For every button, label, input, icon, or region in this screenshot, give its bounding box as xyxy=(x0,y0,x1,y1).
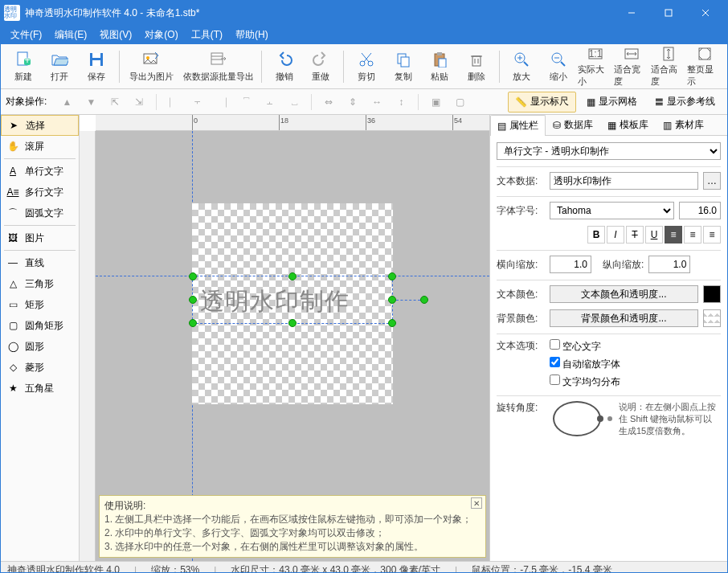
tool-pan[interactable]: ✋滚屏 xyxy=(1,136,79,157)
object-ops-label: 对象操作: xyxy=(6,95,47,108)
paste-icon xyxy=(430,50,449,69)
cut-icon xyxy=(357,50,376,69)
align-right-icon[interactable]: ⎹ xyxy=(211,92,232,112)
tool-line[interactable]: —直线 xyxy=(1,252,79,273)
statusbar: 神奇透明水印制作软件 4.0| 缩放：53%| 水印尺寸：43.0 毫米 x 4… xyxy=(1,561,727,573)
same-height-icon[interactable]: ↕ xyxy=(391,92,411,112)
same-width-icon[interactable]: ↔ xyxy=(366,92,387,112)
copy-button[interactable]: 复制 xyxy=(386,47,421,87)
align-bottom-icon[interactable]: ⎵ xyxy=(284,92,305,112)
align-center-button[interactable]: ≡ xyxy=(684,226,701,244)
maximize-button[interactable] xyxy=(650,1,687,25)
align-top-icon[interactable]: ⎴ xyxy=(235,92,256,112)
paste-button[interactable]: 粘贴 xyxy=(422,47,457,87)
status-size: 水印尺寸：43.0 毫米 x 43.0 毫米，300 像素/英寸 xyxy=(231,563,440,573)
tab-assets[interactable]: ▥素材库 xyxy=(656,114,711,135)
menu-view[interactable]: 视图(V) xyxy=(95,27,137,43)
justify-checkbox[interactable] xyxy=(550,374,560,385)
export-image-button[interactable]: 导出为图片 xyxy=(125,47,178,87)
fit-height-button[interactable]: 适合高度 xyxy=(651,47,686,87)
vscale-label: 纵向缩放: xyxy=(603,258,644,272)
delete-button[interactable]: 删除 xyxy=(459,47,494,87)
align-center-icon[interactable]: ⫟ xyxy=(187,92,208,112)
underline-button[interactable]: U xyxy=(645,226,663,244)
text-arc-icon: ⌒ xyxy=(6,206,20,220)
new-button[interactable]: +新建 xyxy=(6,47,41,87)
tool-multi-text[interactable]: A≡多行文字 xyxy=(1,182,79,203)
align-left-button[interactable]: ≡ xyxy=(665,226,682,244)
justify-label: 文字均匀分布 xyxy=(562,376,620,387)
dist-v-icon[interactable]: ⇕ xyxy=(342,92,363,112)
tool-arc-text[interactable]: ⌒圆弧文字 xyxy=(1,203,79,223)
close-button[interactable] xyxy=(687,1,724,25)
font-size-input[interactable] xyxy=(679,202,721,219)
tool-select[interactable]: ➤选择 xyxy=(1,115,79,136)
zoom-in-button[interactable]: 放大 xyxy=(505,47,540,87)
canvas[interactable]: 透明水印制作 💡使用说明 ✕ 使用说明: 1. 左侧工具栏中选择一个功能后，在画… xyxy=(96,131,489,561)
fit-page-button[interactable]: 整页显示 xyxy=(687,47,722,87)
menu-edit[interactable]: 编辑(E) xyxy=(50,27,92,43)
layer-back-icon[interactable]: ⇲ xyxy=(129,92,149,112)
export-batch-button[interactable]: 依数据源批量导出 xyxy=(180,47,256,87)
object-selector[interactable]: 单行文字 - 透明水印制作 xyxy=(497,142,721,160)
actual-size-button[interactable]: 1:1实际大小 xyxy=(578,47,613,87)
tool-roundrect[interactable]: ▢圆角矩形 xyxy=(1,315,79,336)
hollow-checkbox[interactable] xyxy=(550,339,560,350)
tool-triangle[interactable]: △三角形 xyxy=(1,273,79,294)
toggle-ruler[interactable]: 📏显示标尺 xyxy=(508,92,576,113)
text-data-more-button[interactable]: … xyxy=(703,172,721,190)
text-color-button[interactable]: 文本颜色和透明度... xyxy=(550,285,698,303)
bg-color-button[interactable]: 背景颜色和透明度... xyxy=(550,309,698,327)
hscale-input[interactable] xyxy=(550,256,591,273)
font-select[interactable]: Tahoma xyxy=(550,202,674,219)
text-data-input[interactable] xyxy=(550,172,698,190)
redo-button[interactable]: 重做 xyxy=(304,47,339,87)
zoom-out-button[interactable]: 缩小 xyxy=(541,47,576,87)
layer-up-icon[interactable]: ▲ xyxy=(56,92,77,112)
layer-front-icon[interactable]: ⇱ xyxy=(104,92,125,112)
save-icon xyxy=(87,50,106,69)
tool-diamond[interactable]: ◇菱形 xyxy=(1,357,79,378)
minimize-button[interactable] xyxy=(613,1,650,25)
tool-image[interactable]: 🖼图片 xyxy=(1,227,79,248)
cut-button[interactable]: 剪切 xyxy=(349,47,384,87)
autoscale-checkbox[interactable] xyxy=(550,357,560,367)
rotate-wheel[interactable] xyxy=(553,401,601,436)
toggle-grid[interactable]: ▦显示网格 xyxy=(579,92,644,113)
tab-database[interactable]: ⛁数据库 xyxy=(546,114,600,135)
strike-button[interactable]: T xyxy=(626,226,644,244)
tool-ellipse[interactable]: ◯圆形 xyxy=(1,336,79,357)
tool-rect[interactable]: ▭矩形 xyxy=(1,294,79,315)
open-button[interactable]: 打开 xyxy=(43,47,78,87)
tab-properties[interactable]: ▤属性栏 xyxy=(490,115,546,136)
group-icon[interactable]: ▣ xyxy=(425,92,446,112)
menu-object[interactable]: 对象(O) xyxy=(140,27,182,43)
toggle-guides[interactable]: 𝌆显示参考线 xyxy=(648,92,722,113)
align-left-icon[interactable]: ⎸ xyxy=(163,92,184,112)
text-multi-icon: A≡ xyxy=(6,185,20,199)
rotate-handle[interactable] xyxy=(420,296,428,304)
layer-down-icon[interactable]: ▼ xyxy=(80,92,101,112)
tool-single-text[interactable]: A单行文字 xyxy=(1,161,79,182)
bg-color-swatch[interactable] xyxy=(703,309,721,327)
tab-templates[interactable]: ▦模板库 xyxy=(600,114,656,135)
italic-button[interactable]: I xyxy=(607,226,624,244)
menu-file[interactable]: 文件(F) xyxy=(6,27,47,43)
vscale-input[interactable] xyxy=(648,256,690,273)
text-opts-label: 文本选项: xyxy=(497,339,545,353)
align-middle-icon[interactable]: ⫠ xyxy=(260,92,280,112)
menu-help[interactable]: 帮助(H) xyxy=(231,27,273,43)
text-color-swatch[interactable] xyxy=(703,285,721,303)
align-right-button[interactable]: ≡ xyxy=(703,226,721,244)
tips-close-button[interactable]: ✕ xyxy=(471,497,482,509)
bold-button[interactable]: B xyxy=(587,226,605,244)
dist-h-icon[interactable]: ⇔ xyxy=(318,92,339,112)
fit-width-button[interactable]: 适合宽度 xyxy=(614,47,649,87)
menu-tool[interactable]: 工具(T) xyxy=(186,27,227,43)
ungroup-icon[interactable]: ▢ xyxy=(449,92,470,112)
selection-box[interactable] xyxy=(192,276,393,324)
save-button[interactable]: 保存 xyxy=(79,47,114,87)
svg-rect-20 xyxy=(401,57,409,67)
tool-star[interactable]: ★五角星 xyxy=(1,378,79,399)
undo-button[interactable]: 撤销 xyxy=(267,47,302,87)
